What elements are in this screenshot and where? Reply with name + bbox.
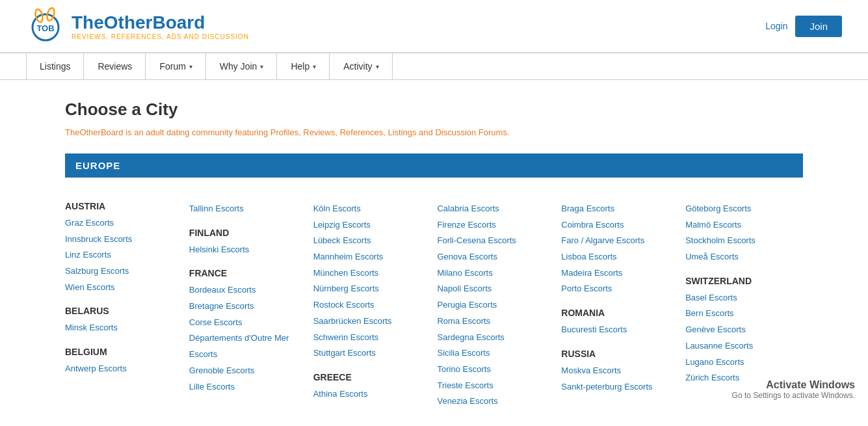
link-sicilia[interactable]: Sicilia Escorts	[437, 345, 555, 362]
nav-forum[interactable]: Forum ▾	[146, 53, 205, 79]
country-finland: FINLAND	[189, 228, 307, 238]
column-6: Göteborg Escorts Malmö Escorts Stockholm…	[685, 191, 803, 410]
country-switzerland: SWITZERLAND	[685, 276, 803, 286]
link-bucuresti[interactable]: Bucuresti Escorts	[561, 322, 679, 338]
link-calabria[interactable]: Calabria Escorts	[437, 201, 555, 217]
link-athina[interactable]: Athina Escorts	[313, 386, 431, 403]
nav-why-join[interactable]: Why Join ▾	[206, 53, 278, 79]
link-schwerin[interactable]: Schwerin Escorts	[313, 330, 431, 346]
nav-listings-label: Listings	[40, 61, 70, 72]
page-description: TheOtherBoard is an adult dating communi…	[65, 127, 803, 137]
nav-forum-label: Forum	[159, 61, 185, 72]
link-bern[interactable]: Bern Escorts	[685, 306, 803, 322]
link-faro[interactable]: Faro / Algarve Escorts	[561, 233, 679, 249]
link-departements[interactable]: Départements d'Outre Mer Escorts	[189, 330, 307, 362]
link-graz[interactable]: Graz Escorts	[65, 215, 183, 232]
link-coimbra[interactable]: Coimbra Escorts	[561, 217, 679, 233]
link-innsbruck[interactable]: Innsbruck Escorts	[65, 232, 183, 248]
link-mannheim[interactable]: Mannheim Escorts	[313, 249, 431, 265]
link-tallinn[interactable]: Tallinn Escorts	[189, 201, 307, 217]
link-linz[interactable]: Linz Escorts	[65, 247, 183, 263]
link-bretagne[interactable]: Bretagne Escorts	[189, 299, 307, 315]
link-corse[interactable]: Corse Escorts	[189, 315, 307, 331]
link-napoli[interactable]: Napoli Escorts	[437, 281, 555, 297]
link-geneve[interactable]: Genève Escorts	[685, 322, 803, 338]
nav-help[interactable]: Help ▾	[277, 53, 330, 79]
country-austria: AUSTRIA	[65, 201, 183, 211]
link-genova[interactable]: Genova Escorts	[437, 249, 555, 265]
link-minsk[interactable]: Minsk Escorts	[65, 320, 183, 336]
link-goteborg[interactable]: Göteborg Escorts	[685, 201, 803, 217]
country-france: FRANCE	[189, 268, 307, 278]
region-header: EUROPE	[65, 153, 803, 178]
link-munchen[interactable]: München Escorts	[313, 265, 431, 282]
link-torino[interactable]: Torino Escorts	[437, 362, 555, 378]
windows-activation: Activate Windows Go to Settings to activ…	[732, 379, 855, 400]
nav-reviews[interactable]: Reviews	[84, 53, 146, 79]
country-greece: GREECE	[313, 372, 431, 382]
login-button[interactable]: Login	[765, 21, 787, 31]
link-spb[interactable]: Sankt-peterburg Escorts	[561, 379, 679, 395]
main-nav: Listings Reviews Forum ▾ Why Join ▾ Help…	[0, 53, 868, 80]
link-porto[interactable]: Porto Escorts	[561, 281, 679, 297]
link-grenoble[interactable]: Grenoble Escorts	[189, 363, 307, 379]
main-content: Choose a City TheOtherBoard is an adult …	[0, 80, 868, 426]
link-firenze[interactable]: Firenze Escorts	[437, 217, 555, 233]
link-wien[interactable]: Wien Escorts	[65, 280, 183, 296]
link-stockholm[interactable]: Stockholm Escorts	[685, 233, 803, 249]
column-3: Köln Escorts Leipzig Escorts Lübeck Esco…	[313, 191, 431, 410]
logo-subtitle: Reviews, References, Ads and Discussion	[72, 33, 249, 40]
link-roma[interactable]: Roma Escorts	[437, 313, 555, 330]
country-russia: RUSSIA	[561, 349, 679, 359]
link-perugia[interactable]: Perugia Escorts	[437, 297, 555, 313]
link-basel[interactable]: Basel Escorts	[685, 290, 803, 306]
link-stuttgart[interactable]: Stuttgart Escorts	[313, 345, 431, 362]
svg-point-3	[46, 7, 56, 21]
link-lausanne[interactable]: Lausanne Escorts	[685, 338, 803, 354]
link-koln[interactable]: Köln Escorts	[313, 201, 431, 217]
why-join-arrow-icon: ▾	[260, 63, 263, 70]
link-forli[interactable]: Forli-Cesena Escorts	[437, 233, 555, 249]
link-milano[interactable]: Milano Escorts	[437, 265, 555, 282]
link-trieste[interactable]: Trieste Escorts	[437, 378, 555, 394]
link-madeira[interactable]: Madeira Escorts	[561, 265, 679, 282]
header: TOB TheOtherBoard Reviews, References, A…	[0, 0, 868, 53]
link-bordeaux[interactable]: Bordeaux Escorts	[189, 282, 307, 299]
nav-why-join-label: Why Join	[220, 61, 257, 72]
link-malmo[interactable]: Malmö Escorts	[685, 217, 803, 233]
join-button[interactable]: Join	[795, 16, 842, 37]
page-title: Choose a City	[65, 100, 803, 120]
link-lille[interactable]: Lille Escorts	[189, 379, 307, 395]
nav-listings[interactable]: Listings	[26, 53, 84, 79]
forum-arrow-icon: ▾	[189, 63, 192, 70]
nav-activity[interactable]: Activity ▾	[330, 53, 392, 79]
link-lubeck[interactable]: Lübeck Escorts	[313, 233, 431, 249]
link-venezia[interactable]: Venezia Escorts	[437, 393, 555, 410]
link-lisboa[interactable]: Lisboa Escorts	[561, 249, 679, 265]
logo-title: TheOtherBoard	[72, 12, 249, 33]
link-moskva[interactable]: Moskva Escorts	[561, 363, 679, 379]
nav-help-label: Help	[291, 61, 309, 72]
activity-arrow-icon: ▾	[376, 63, 379, 70]
link-saarbrucken[interactable]: Saarbrücken Escorts	[313, 313, 431, 330]
help-arrow-icon: ▾	[313, 63, 316, 70]
link-rostock[interactable]: Rostock Escorts	[313, 297, 431, 313]
logo-text: TheOtherBoard Reviews, References, Ads a…	[72, 12, 249, 40]
link-umea[interactable]: Umeå Escorts	[685, 249, 803, 265]
country-romania: ROMANIA	[561, 308, 679, 318]
link-nurnberg[interactable]: Nürnberg Escorts	[313, 281, 431, 297]
link-salzburg[interactable]: Salzburg Escorts	[65, 263, 183, 280]
link-helsinki[interactable]: Helsinki Escorts	[189, 242, 307, 258]
country-belgium: BELGIUM	[65, 347, 183, 357]
nav-activity-label: Activity	[343, 61, 372, 72]
column-2: Tallinn Escorts FINLAND Helsinki Escorts…	[189, 191, 307, 410]
link-leipzig[interactable]: Leipzig Escorts	[313, 217, 431, 233]
column-5: Braga Escorts Coimbra Escorts Faro / Alg…	[561, 191, 679, 410]
link-lugano[interactable]: Lugano Escorts	[685, 354, 803, 371]
country-belarus: BELARUS	[65, 306, 183, 316]
windows-sub: Go to Settings to activate Windows.	[732, 391, 855, 400]
link-antwerp[interactable]: Antwerp Escorts	[65, 361, 183, 377]
link-braga[interactable]: Braga Escorts	[561, 201, 679, 217]
link-sardegna[interactable]: Sardegna Escorts	[437, 330, 555, 346]
country-grid: AUSTRIA Graz Escorts Innsbruck Escorts L…	[65, 191, 803, 410]
